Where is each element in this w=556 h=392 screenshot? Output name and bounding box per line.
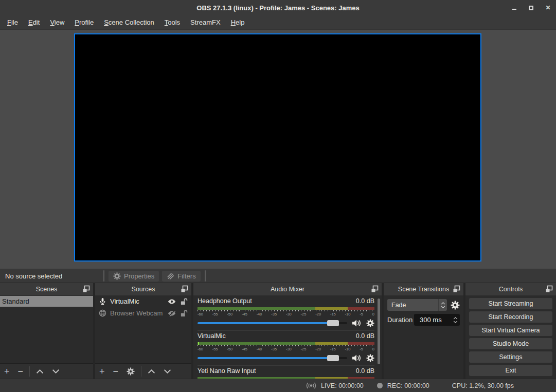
popout-icon[interactable] bbox=[371, 285, 379, 293]
meter-tick-label: -45 bbox=[242, 347, 247, 351]
sources-dock-header: Sources bbox=[95, 283, 191, 295]
scenes-dock-header: Scenes bbox=[0, 283, 93, 295]
meter-tick-label: -35 bbox=[271, 312, 277, 316]
source-row-browser-webcam[interactable]: Browser Webcam bbox=[95, 307, 191, 319]
meter-tick-label: -30 bbox=[286, 312, 292, 316]
scenes-dock: Scenes Standard + − bbox=[0, 283, 93, 379]
menu-scene-collection[interactable]: Scene Collection bbox=[99, 16, 159, 28]
meter-tick-label: -55 bbox=[212, 312, 218, 316]
meter-tick-label: -15 bbox=[330, 347, 336, 351]
start-virtual-camera-button[interactable]: Start Virtual Camera bbox=[469, 325, 552, 336]
meter-tick-label: -20 bbox=[315, 312, 321, 316]
source-properties-gear-icon[interactable] bbox=[127, 367, 135, 376]
menu-view[interactable]: View bbox=[45, 16, 69, 28]
meter-tick-label: -5 bbox=[360, 347, 363, 351]
popout-icon[interactable] bbox=[82, 285, 90, 293]
menu-streamfx[interactable]: StreamFX bbox=[185, 16, 226, 28]
move-scene-up-icon[interactable] bbox=[36, 369, 44, 374]
source-status-text: No source selected bbox=[0, 272, 101, 280]
meter-tick-marks bbox=[198, 310, 374, 311]
chevron-down-icon[interactable] bbox=[453, 321, 458, 323]
minimize-icon[interactable] bbox=[511, 5, 517, 11]
start-recording-button[interactable]: Start Recording bbox=[469, 311, 552, 323]
chevron-down-icon bbox=[441, 306, 445, 308]
chevron-up-icon[interactable] bbox=[453, 317, 458, 320]
move-source-up-icon[interactable] bbox=[148, 369, 155, 374]
audio-mixer-body: Headphone Output 0.0 dB -60-55-50-45-40-… bbox=[193, 295, 382, 379]
peak-indicator bbox=[198, 342, 199, 345]
rec-time: REC: 00:00:00 bbox=[387, 382, 429, 389]
popout-icon[interactable] bbox=[453, 285, 460, 293]
speaker-icon[interactable] bbox=[352, 319, 362, 327]
window-controls: ✕ bbox=[511, 0, 551, 15]
scene-transitions-body: Fade Duration 300 ms bbox=[384, 295, 463, 379]
popout-icon[interactable] bbox=[181, 285, 188, 293]
channel-settings-gear-icon[interactable] bbox=[366, 319, 374, 327]
meter-tick-label: -10 bbox=[345, 347, 351, 351]
toolbar-divider bbox=[29, 366, 30, 377]
start-streaming-button[interactable]: Start Streaming bbox=[469, 298, 552, 309]
meter-tick-label: -15 bbox=[330, 312, 336, 316]
source-name: Browser Webcam bbox=[110, 309, 164, 317]
add-source-icon[interactable]: + bbox=[99, 367, 105, 376]
menu-profile[interactable]: Profile bbox=[69, 16, 99, 28]
popout-icon[interactable] bbox=[545, 285, 553, 293]
menu-help[interactable]: Help bbox=[226, 16, 250, 28]
meter-tick-label: -50 bbox=[227, 312, 232, 316]
menu-edit[interactable]: Edit bbox=[23, 16, 45, 28]
meter-tick-label: -45 bbox=[242, 312, 247, 316]
meter-tick-label: -20 bbox=[315, 347, 321, 351]
unlock-icon[interactable] bbox=[180, 298, 188, 305]
move-scene-down-icon[interactable] bbox=[52, 369, 60, 374]
properties-button[interactable]: Properties bbox=[109, 271, 159, 282]
transition-properties-gear-icon[interactable] bbox=[451, 301, 460, 310]
hidden-eye-slash-icon[interactable] bbox=[168, 310, 176, 317]
channel-settings-gear-icon[interactable] bbox=[366, 354, 374, 362]
move-source-down-icon[interactable] bbox=[164, 369, 171, 374]
meter-tick-label: -50 bbox=[227, 347, 232, 351]
channel-name: VirtualMic bbox=[198, 332, 226, 341]
scenes-list: Standard bbox=[0, 295, 93, 363]
scene-transitions-dock: Scene Transitions Fade Duration 300 ms bbox=[384, 283, 463, 379]
volume-slider-handle[interactable] bbox=[327, 355, 339, 361]
remove-scene-icon[interactable]: − bbox=[18, 367, 24, 376]
mixer-channel-virtualmic: VirtualMic 0.0 dB -60-55-50-45-40-35-30-… bbox=[198, 332, 374, 366]
source-name: VirtualMic bbox=[110, 297, 164, 305]
source-row-virtualmic[interactable]: VirtualMic bbox=[95, 295, 191, 307]
preview-background bbox=[0, 30, 556, 269]
filters-button[interactable]: Filters bbox=[162, 271, 200, 282]
unlock-icon[interactable] bbox=[180, 310, 188, 317]
scenes-dock-title: Scenes bbox=[36, 286, 58, 293]
toolbar-divider bbox=[103, 270, 104, 282]
volume-slider-handle[interactable] bbox=[327, 320, 339, 326]
toolbar-divider bbox=[141, 366, 141, 377]
meter-tick-label: -25 bbox=[301, 312, 307, 316]
menu-bar: File Edit View Profile Scene Collection … bbox=[0, 15, 556, 30]
duration-spinbox[interactable]: 300 ms bbox=[414, 314, 460, 326]
duration-value: 300 ms bbox=[414, 316, 452, 324]
exit-button[interactable]: Exit bbox=[469, 365, 552, 376]
settings-button[interactable]: Settings bbox=[469, 351, 552, 363]
visibility-eye-icon[interactable] bbox=[168, 298, 176, 305]
gear-icon bbox=[113, 272, 121, 280]
studio-mode-button[interactable]: Studio Mode bbox=[469, 338, 552, 349]
filters-label: Filters bbox=[177, 272, 195, 280]
scene-item-standard[interactable]: Standard bbox=[0, 296, 93, 307]
preview-canvas[interactable] bbox=[74, 33, 481, 262]
live-time: LIVE: 00:00:00 bbox=[321, 382, 364, 389]
menu-tools[interactable]: Tools bbox=[159, 16, 185, 28]
close-icon[interactable]: ✕ bbox=[545, 5, 551, 11]
menu-file[interactable]: File bbox=[2, 16, 23, 28]
remove-source-icon[interactable]: − bbox=[113, 367, 119, 376]
volume-slider[interactable] bbox=[198, 357, 347, 359]
add-scene-icon[interactable]: + bbox=[4, 367, 10, 376]
mixer-scrollbar[interactable] bbox=[378, 298, 380, 364]
maximize-icon[interactable] bbox=[528, 5, 534, 11]
volume-slider[interactable] bbox=[198, 322, 347, 324]
meter-tick-label: -40 bbox=[257, 347, 262, 351]
volume-meter bbox=[198, 342, 374, 345]
controls-dock-header: Controls bbox=[465, 283, 556, 295]
speaker-icon[interactable] bbox=[352, 354, 362, 362]
channel-name: Headphone Output bbox=[198, 297, 252, 306]
transition-select[interactable]: Fade bbox=[387, 299, 447, 311]
